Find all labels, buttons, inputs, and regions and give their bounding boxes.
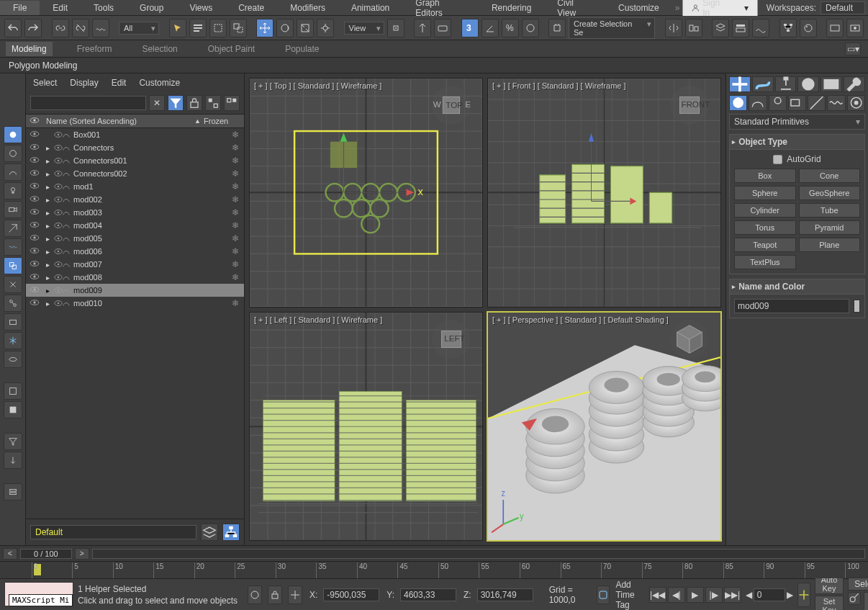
viewport-top[interactable]: [ + ] [ Top ] [ Standard ] [ Wireframe ]… [249,78,483,308]
select-rotate-button[interactable] [276,19,294,37]
select-object-button[interactable] [169,19,186,37]
time-slider-track[interactable] [92,549,865,559]
schematic-view-button[interactable] [779,19,797,37]
display-hidden-icon[interactable] [4,351,22,368]
utilities-tab[interactable] [844,76,865,92]
expand-icon[interactable]: ▸ [43,209,52,217]
display-geometry-icon[interactable] [4,145,22,162]
hierarchy-tab[interactable] [775,76,797,92]
list-item[interactable]: ▸ mod010 ❄ [26,297,244,310]
tab-modeling[interactable]: Modeling [6,42,53,56]
primitive-geosphere[interactable]: GeoSphere [799,186,861,200]
tab-selection[interactable]: Selection [136,42,183,56]
tab-object-paint[interactable]: Object Paint [202,42,261,56]
lights-subtab[interactable] [769,95,787,111]
coord-x-input[interactable] [323,588,379,601]
expand-icon[interactable]: ▸ [43,144,52,152]
viewport-front[interactable]: [ + ] [ Front ] [ Standard ] [ Wireframe… [487,78,721,308]
expand-icon[interactable]: ▸ [43,222,52,230]
display-helpers-icon[interactable] [4,220,22,237]
link-button[interactable] [52,19,69,37]
display-tab[interactable] [820,76,842,92]
motion-tab[interactable] [797,76,819,92]
menu-file[interactable]: File [0,1,40,15]
lock-selection-button[interactable] [268,586,282,604]
select-place-button[interactable] [317,19,334,37]
display-container-icon[interactable] [4,313,22,331]
edit-selection-set-button[interactable] [548,19,566,37]
display-cameras-icon[interactable] [4,201,22,218]
list-item[interactable]: ▸ mod006 ❄ [26,245,244,258]
display-groups-icon[interactable] [4,257,22,274]
expand-icon[interactable]: ▸ [43,300,52,308]
viewport-perspective[interactable]: [ + ] [ Perspective ] [ Standard ] [ Def… [487,312,721,542]
viewport-front-label[interactable]: [ + ] [ Front ] [ Standard ] [ Wireframe… [492,81,626,90]
systems-subtab[interactable] [847,95,865,111]
display-frozen-icon[interactable] [4,332,22,349]
display-none-icon[interactable] [4,382,22,400]
search-clear-button[interactable]: ✕ [149,95,165,111]
layer-explorer-button[interactable] [712,19,729,37]
menu-tools[interactable]: Tools [81,1,127,15]
setkey-button[interactable]: Set Key [815,596,844,611]
frozen-icon[interactable]: ❄ [227,156,244,166]
goto-start-button[interactable]: |◀◀ [649,587,666,603]
frozen-icon[interactable]: ❄ [227,233,244,243]
select-move-button[interactable] [256,19,273,37]
add-button[interactable] [224,95,240,111]
hierarchy-button[interactable] [222,524,240,541]
primitive-teapot[interactable]: Teapot [734,238,796,252]
visibility-icon[interactable] [26,169,43,179]
geometry-subtab[interactable] [729,95,747,111]
abs-rel-button[interactable] [288,586,302,604]
slider-prev-button[interactable]: < [3,548,17,560]
scene-menu-customize[interactable]: Customize [139,78,180,88]
frozen-icon[interactable]: ❄ [227,181,244,192]
viewport-perspective-label[interactable]: [ + ] [ Perspective ] [ Standard ] [ Def… [492,315,669,324]
play-button[interactable]: ▶ [687,587,704,603]
viewcube-persp[interactable] [669,318,710,360]
tab-freeform[interactable]: Freeform [71,42,118,56]
viewport-top-label[interactable]: [ + ] [ Top ] [ Standard ] [ Wireframe ] [254,81,381,90]
primitive-torus[interactable]: Torus [734,220,796,235]
menu-edit[interactable]: Edit [40,1,81,15]
add-time-tag[interactable]: Add Time Tag [615,580,640,610]
spacewarps-subtab[interactable] [827,95,845,111]
ribbon-minimize-button[interactable]: ▭▾ [845,42,861,55]
primitive-tube[interactable]: Tube [799,203,861,217]
display-spacewarps-icon[interactable] [4,238,22,256]
rect-select-button[interactable] [209,19,227,37]
visibility-icon[interactable] [26,181,43,192]
search-filter-button[interactable] [168,95,184,111]
menu-modifiers[interactable]: Modifiers [277,1,338,15]
primitive-sphere[interactable]: Sphere [734,186,796,200]
expand-icon[interactable]: ▸ [43,274,52,282]
menu-customize[interactable]: Customize [605,1,672,15]
workspaces-dropdown[interactable]: Default [820,1,865,14]
visibility-icon[interactable] [26,194,43,205]
scene-menu-select[interactable]: Select [33,78,57,88]
key-filters-button[interactable]: Key Filters... [864,592,868,611]
menu-overflow-icon[interactable]: » [675,3,680,13]
expand-icon[interactable]: ▸ [43,157,52,165]
expand-icon[interactable]: ▸ [43,261,52,269]
unlink-button[interactable] [72,19,89,37]
shapes-subtab[interactable] [749,95,767,111]
frozen-icon[interactable]: ❄ [227,285,244,295]
time-tag-button[interactable] [597,586,610,604]
scene-menu-display[interactable]: Display [70,78,98,88]
list-item[interactable]: ▸ mod1 ❄ [26,180,244,193]
visibility-icon[interactable] [26,143,43,153]
use-pivot-button[interactable] [387,19,404,37]
lock-button[interactable] [186,95,202,111]
display-lights-icon[interactable] [4,182,22,199]
mirror-button[interactable] [665,19,682,37]
frozen-icon[interactable]: ❄ [227,130,244,140]
collapse-icon[interactable] [4,483,22,501]
create-tab[interactable] [729,76,751,92]
render-setup-button[interactable] [826,19,844,37]
snap-toggle-button[interactable]: 3 [461,19,479,37]
prev-key-button[interactable]: ◀ [746,590,752,600]
frozen-icon[interactable]: ❄ [227,169,244,179]
percent-snap-button[interactable]: % [502,19,519,37]
